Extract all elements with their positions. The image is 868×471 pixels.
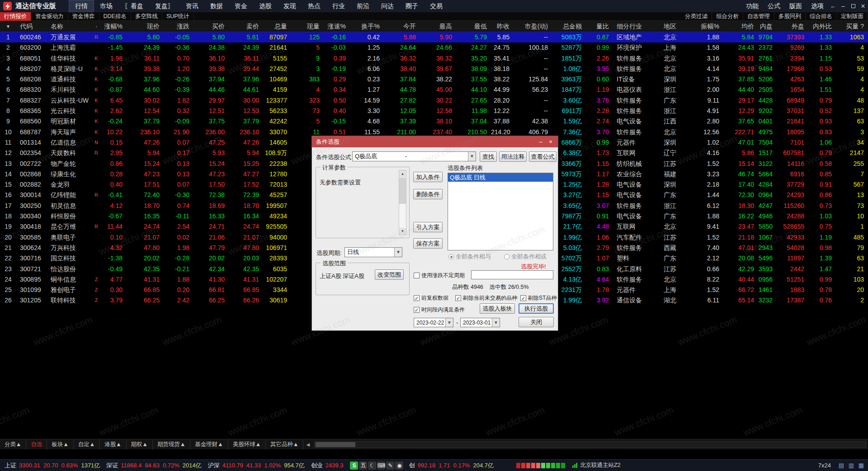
bottom-tab[interactable]: 美股环球▲ [228,439,266,450]
column-header[interactable]: 内外比 [808,21,836,32]
scrollbar-thumb[interactable] [316,442,355,447]
restore-icon[interactable] [848,0,858,12]
menu-item[interactable]: 选股 [253,0,278,12]
menu-item[interactable]: 版面 [785,0,807,12]
formula-combobox[interactable]: Q极品底 - ▼ [352,151,476,161]
input-method-icon[interactable]: 五 [359,462,367,470]
scroll-up-icon[interactable]: ▲ [399,170,406,177]
toolbar-item[interactable]: 多空阵线 [131,12,162,21]
checkbox-remove-st[interactable]: ✓剔除ST品种 [520,294,557,302]
find-button[interactable]: 查找 [480,151,497,162]
back-arrow-icon[interactable]: ← [828,0,838,12]
bottom-tab[interactable]: 港股▲ [100,439,126,450]
table-row[interactable]: 3688051佳华科技K1.9836.110.7036.1036.1151559… [0,53,868,64]
menu-item[interactable]: 复盘〗 [149,0,180,12]
column-header[interactable]: 内盘 [758,21,777,32]
radio-all-or[interactable]: 全部条件相或 [504,253,547,261]
column-header[interactable]: 最高 [420,21,456,32]
dialog-close-icon[interactable]: × [546,136,555,147]
input-method-icon[interactable]: ⌨ [377,462,385,470]
toolbar-item[interactable]: 资金驱动力 [31,12,68,21]
column-header[interactable]: 现量 [291,21,324,32]
toolbar-item[interactable]: 行情报价 [0,12,31,21]
table-row[interactable]: 8688365光云科技K2.6212.540.3212.5112.5356233… [0,106,868,116]
monitor-icon[interactable]: ▦ [857,462,865,470]
column-header[interactable]: 涨幅% [102,21,127,32]
bottom-tab[interactable]: 其它品种▲ [266,439,303,450]
table-row[interactable]: 4688207格灵深瞳-UK3.1439.381.2039.3839.44274… [0,64,868,74]
menu-item[interactable]: 发现 [278,0,302,12]
import-plan-button[interactable]: 引入方案 [413,222,443,232]
index-quote[interactable]: 创业2439.3 [311,462,347,470]
toolbar-item[interactable]: DDE排名 [99,12,131,21]
table-row[interactable]: 2603200上海洗霸-1.4524.39-0.3624.3824.392164… [0,42,868,53]
bottom-tab[interactable]: 期货现货▲ [153,439,190,450]
usage-note-button[interactable]: 用法注释 [499,151,527,162]
condition-list-item[interactable]: Q极品底 日线 [448,173,553,182]
save-plan-button[interactable]: 保存方案 [413,238,443,249]
column-header[interactable]: 卖价 [229,21,263,32]
change-range-button[interactable]: 改变范围 [375,269,404,280]
filter-to-block-button[interactable]: 选股入板块 [480,303,515,314]
bottom-tab[interactable]: 自选 [26,439,47,450]
add-condition-button[interactable]: 加入条件 [413,172,443,182]
chevron-down-icon[interactable]: ▼ [445,318,453,327]
column-header[interactable]: 最低 [456,21,491,32]
column-header[interactable]: 涨速% [324,21,350,32]
toolbar-item[interactable]: 多股同列 [774,12,806,21]
index-quote[interactable]: 创992.181.710.17%204.7亿 [409,462,495,470]
index-quote[interactable]: 沪深4110.7941.331.02%954.7亿 [208,462,307,470]
column-header[interactable]: 代码 [16,21,47,32]
view-formula-button[interactable]: 查看公式 [529,151,557,162]
column-header[interactable]: 量比 [586,21,613,32]
column-header[interactable]: 现价 [127,21,164,32]
panel-icon[interactable]: ▤ [837,462,845,470]
menu-item[interactable]: 热点 [302,0,326,12]
scrollbar-thumb[interactable] [399,178,406,204]
index-quote[interactable]: 上证3300.3120.700.63%1371亿 [5,462,102,470]
checkbox-time-range[interactable]: ✓时间段内满足条件 [414,306,465,314]
menu-item[interactable]: 市场 [94,0,118,12]
column-header[interactable]: 均价 [723,21,758,32]
column-header[interactable]: 换手% [350,21,384,32]
column-header[interactable]: ▼ [0,21,16,32]
dialog-titlebar[interactable]: 条件选股 – × [312,136,558,147]
column-header[interactable]: 市盈(动) [514,21,552,32]
server-name[interactable]: 北京联通主站Z2 [580,462,621,469]
horizontal-scrollbar[interactable] [314,441,866,448]
column-header[interactable]: 买量 ? [836,21,868,32]
chevron-down-icon[interactable]: ▼ [468,152,476,161]
execute-filter-button[interactable]: 执行选股 [519,303,554,314]
column-header[interactable]: 地区 [660,21,696,32]
bottom-tab[interactable]: 板块▲ [47,439,73,450]
input-method-icon[interactable]: ◉ [395,462,403,470]
toolbar-item[interactable]: 资金博弈 [68,12,99,21]
table-row[interactable]: 6688320禾川科技K-0.8744.60-0.3944.4644.61415… [0,85,868,95]
updown-period-input[interactable] [471,270,553,279]
column-header[interactable]: 外盘 [777,21,808,32]
menu-item[interactable]: 数据 [204,0,229,12]
toolbar-item[interactable]: 组合分析 [712,12,743,21]
menu-item[interactable]: 问达 [375,0,400,12]
period-combobox[interactable]: 日线 ▼ [344,247,402,257]
menu-item[interactable]: 交易 [424,0,448,12]
bottom-tab[interactable]: 期权▲ [127,439,153,450]
bottom-tab[interactable]: 自定▲ [74,439,100,450]
input-method-icon[interactable]: ✎ [386,462,394,470]
chevron-down-icon[interactable]: ▼ [394,248,402,257]
message-icon[interactable]: ▥ [847,462,855,470]
menu-item[interactable]: 〖看盘 [118,0,149,12]
menu-item[interactable]: 公式 [763,0,785,12]
params-scrollbar[interactable]: ▲ ▼ [399,170,406,235]
minimize-icon[interactable]: – [838,0,848,12]
input-method-icon[interactable]: S [350,462,358,470]
column-header[interactable]: 今开 [384,21,420,32]
condition-listbox[interactable]: Q极品底 日线 [448,173,553,250]
checkbox-remove-untraded[interactable]: ✓剔除当前未交易的品种 [455,294,517,302]
table-row[interactable]: 1600246万通发展R-0.855.80-0.055.805.81870971… [0,32,868,42]
column-header[interactable]: 总量 [263,21,291,32]
menu-item[interactable]: 资讯 [180,0,204,12]
menu-item[interactable]: 行业 [326,0,351,12]
table-row[interactable]: 7688327云从科技-UWK6.4530.021.8229.9730.0012… [0,95,868,106]
column-header[interactable]: 名称 [47,21,90,32]
